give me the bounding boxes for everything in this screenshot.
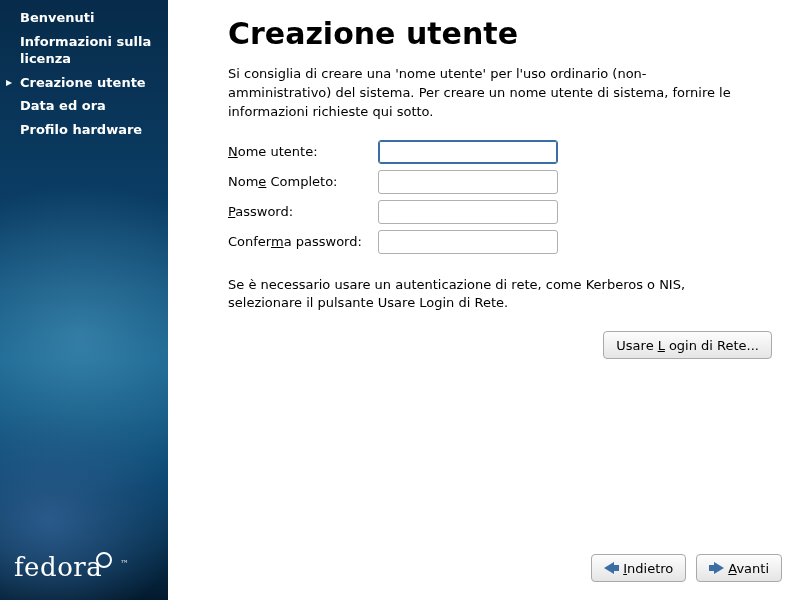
label-fullname: Nome Completo:	[228, 174, 378, 189]
label-password: Password:	[228, 204, 378, 219]
main-panel: Creazione utente Si consiglia di creare …	[168, 0, 800, 600]
brand-logo: fedora™	[14, 552, 129, 582]
arrow-left-icon	[604, 562, 619, 574]
password-input[interactable]	[378, 200, 558, 224]
next-button[interactable]: Avanti	[696, 554, 782, 582]
row-username: Nome utente:	[228, 140, 772, 164]
row-password: Password:	[228, 200, 772, 224]
sidebar-item-label: Profilo hardware	[20, 122, 142, 137]
sidebar-item-license[interactable]: Informazioni sulla licenza	[0, 30, 168, 71]
footer-nav: Indietro Avanti	[591, 554, 782, 582]
sidebar-item-label: Informazioni sulla licenza	[20, 34, 151, 67]
sidebar-item-label: Benvenuti	[20, 10, 94, 25]
arrow-right-icon	[709, 562, 724, 574]
intro-text: Si consiglia di creare una 'nome utente'…	[228, 65, 738, 122]
network-login-text: Se è necessario usare un autenticazione …	[228, 276, 738, 314]
sidebar-item-label: Creazione utente	[20, 75, 146, 90]
sidebar-item-create-user[interactable]: Creazione utente	[0, 71, 168, 95]
label-confirm: Conferma password:	[228, 234, 378, 249]
username-input[interactable]	[378, 140, 558, 164]
sidebar-item-welcome[interactable]: Benvenuti	[0, 6, 168, 30]
network-login-button[interactable]: Usare Login di Rete...	[603, 331, 772, 359]
page-title: Creazione utente	[228, 16, 772, 51]
row-confirm: Conferma password:	[228, 230, 772, 254]
sidebar: Benvenuti Informazioni sulla licenza Cre…	[0, 0, 168, 600]
sidebar-item-hardware-profile[interactable]: Profilo hardware	[0, 118, 168, 142]
sidebar-item-date-time[interactable]: Data ed ora	[0, 94, 168, 118]
row-fullname: Nome Completo:	[228, 170, 772, 194]
label-username: Nome utente:	[228, 144, 378, 159]
confirm-password-input[interactable]	[378, 230, 558, 254]
sidebar-item-label: Data ed ora	[20, 98, 106, 113]
back-button[interactable]: Indietro	[591, 554, 686, 582]
fullname-input[interactable]	[378, 170, 558, 194]
